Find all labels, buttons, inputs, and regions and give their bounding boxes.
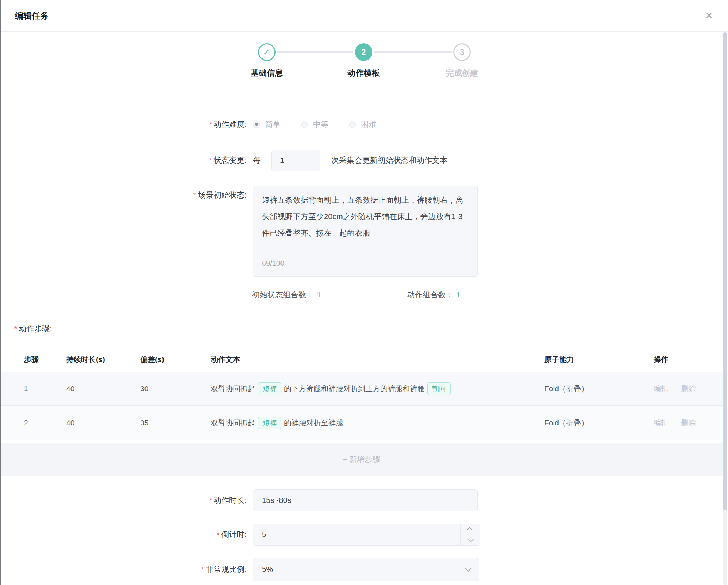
cell-actions: 编辑 删除 [654,384,723,394]
countdown-input[interactable]: 5 [253,524,480,546]
state-change-suffix: 次采集会更新初始状态和动作文本 [331,155,448,166]
required-mark: * [209,120,212,128]
col-step: 步骤 [24,355,66,364]
object-tag: 短裤 [258,417,281,429]
cell-duration: 40 [66,384,140,393]
state-change-label: *状态变更: [0,155,247,166]
radio-difficulty-medium[interactable]: 中等 [301,119,328,130]
table-header-row: 步骤 持续时长(s) 偏差(s) 动作文本 原子能力 操作 [0,347,723,372]
radio-icon [301,121,308,128]
action-combos-value: 1 [456,290,461,300]
step-2-circle: 2 [355,43,372,61]
action-duration-label: *动作时长: [0,495,247,506]
chevron-up-icon [467,527,473,533]
cell-step: 2 [24,419,66,427]
unusual-ratio-label: *非常规比例: [0,564,247,575]
chevron-down-icon [468,537,474,542]
required-mark: * [209,156,212,164]
initial-combos-value: 1 [317,290,321,300]
initial-state-label: *场景初始状态: [0,186,247,201]
dialog-header: 编辑任务 ✕ [0,0,728,32]
stepper-connector [374,51,452,53]
state-change-prefix: 每 [253,155,261,166]
step-3-circle: 3 [453,43,471,61]
edit-button[interactable]: 编辑 [654,419,668,427]
initial-state-row: *场景初始状态: 短裤五条数据背面朝上，五条数据正面朝上，裤腰朝右，离头部视野下… [0,186,728,277]
action-duration-row: *动作时长: 15s~80s [0,489,728,511]
col-deviation: 偏差(s) [140,355,211,364]
radio-icon [349,121,356,128]
decrement-button[interactable] [461,535,480,546]
difficulty-label: *动作难度: [0,119,247,130]
cell-ability: Fold（折叠） [544,384,654,394]
required-mark: * [209,496,212,504]
delete-button[interactable]: 删除 [681,419,696,427]
col-text: 动作文本 [211,355,544,364]
initial-state-text: 短裤五条数据背面朝上，五条数据正面朝上，裤腰朝右，离头部视野下方至少20cm之外… [262,196,463,238]
cell-action-text: 双臂协同抓起短裤的裤腰对折至裤腿 [211,417,544,429]
required-mark: * [201,565,204,573]
initial-state-textarea[interactable]: 短裤五条数据背面朝上，五条数据正面朝上，裤腰朝右，离头部视野下方至少20cm之外… [253,186,478,277]
edit-button[interactable]: 编辑 [654,384,668,393]
difficulty-row: *动作难度: 简单 中等 困难 [0,116,728,133]
table-row: 1 40 30 双臂协同抓起短裤的下方裤腿和裤腰对折到上方的裤腿和裤腰朝向 Fo… [0,372,723,406]
action-steps-label: *动作步骤: [14,324,52,334]
cell-action-text: 双臂协同抓起短裤的下方裤腿和裤腰对折到上方的裤腿和裤腰朝向 [211,382,544,395]
number-stepper [460,524,480,546]
stepper-connector [277,51,353,53]
radio-selected-icon [253,121,260,128]
unusual-ratio-row: *非常规比例: 5% [0,558,728,581]
step-1-check-icon: ✓ [258,43,276,61]
col-ability: 原子能力 [544,355,654,364]
step-1-label: 基础信息 [228,68,306,79]
radio-difficulty-hard[interactable]: 困难 [349,119,376,130]
combo-counts: 初始状态组合数： 1 动作组合数： 1 [252,290,461,300]
dialog-left-edge [0,0,1,585]
add-step-button[interactable]: + 新增步骤 [0,443,723,476]
stepper: ✓ 2 3 基础信息 动作模板 完成创建 [0,32,728,88]
initial-combos-label: 初始状态组合数： [252,290,314,300]
scrollbar-thumb[interactable] [723,32,727,510]
action-combos-label: 动作组合数： [407,290,454,300]
countdown-label: *倒计时: [0,529,247,540]
radio-difficulty-easy[interactable]: 简单 [253,119,280,130]
cell-deviation: 30 [140,384,211,393]
orientation-tag: 朝向 [427,382,451,395]
col-duration: 持续时长(s) [66,355,140,364]
dialog-title: 编辑任务 [15,10,49,21]
cell-step: 1 [24,384,66,393]
required-mark: * [217,530,220,538]
object-tag: 短裤 [258,382,281,395]
cell-duration: 40 [66,419,140,427]
state-change-input[interactable]: 1 [271,150,320,171]
char-counter: 69/100 [262,255,284,271]
increment-button[interactable] [461,524,480,535]
scrollbar-track[interactable] [723,32,727,585]
col-actions: 操作 [654,355,723,364]
cell-ability: Fold（折叠） [544,418,654,428]
table-row: 2 40 35 双臂协同抓起短裤的裤腰对折至裤腿 Fold（折叠） 编辑 删除 [0,406,723,440]
action-steps-table: 步骤 持续时长(s) 偏差(s) 动作文本 原子能力 操作 1 40 30 双臂… [0,347,723,476]
cell-actions: 编辑 删除 [654,418,723,428]
action-duration-input[interactable]: 15s~80s [253,489,478,511]
unusual-ratio-select[interactable]: 5% [253,558,479,581]
step-2-label: 动作模板 [325,68,402,79]
step-3-label: 完成创建 [423,68,501,79]
required-mark: * [14,325,17,333]
cell-deviation: 35 [140,419,211,427]
close-icon[interactable]: ✕ [705,11,713,21]
required-mark: * [193,191,196,199]
delete-button[interactable]: 删除 [681,384,696,393]
countdown-row: *倒计时: 5 [0,524,728,546]
state-change-row: *状态变更: 每 1 次采集会更新初始状态和动作文本 [0,150,728,171]
